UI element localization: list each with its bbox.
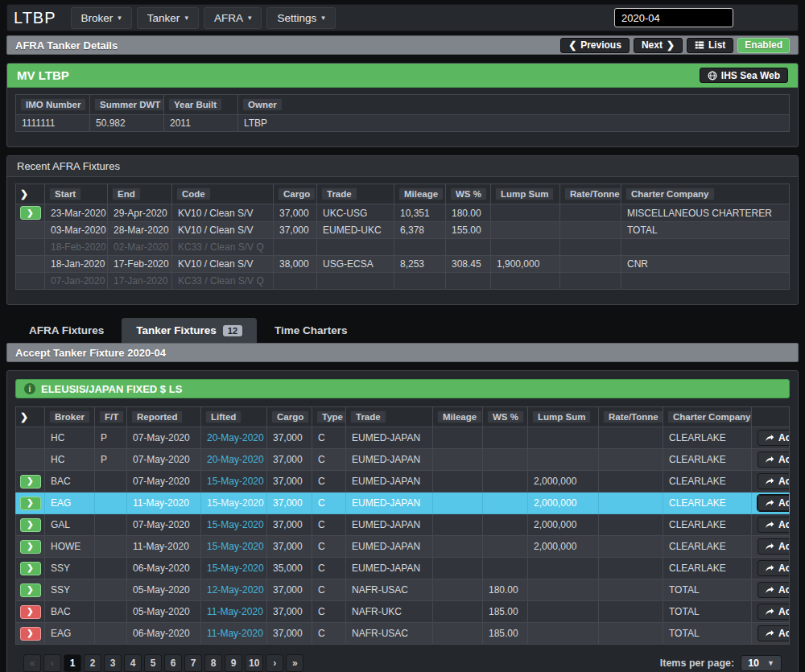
column-header-chip[interactable]: Lump Sum — [532, 410, 591, 423]
previous-button[interactable]: ❮ Previous — [560, 38, 630, 53]
lifted-date-link[interactable]: 12-May-2020 — [207, 584, 264, 596]
column-header-chip[interactable]: Rate/Tonne — [564, 188, 621, 200]
accept-button[interactable]: Accept — [758, 495, 790, 511]
page-number-button[interactable]: 9 — [225, 654, 242, 672]
next-page-button[interactable]: › — [266, 654, 283, 672]
recent-fixture-cell: 07-Jan-2020 — [45, 273, 108, 290]
column-header-chip[interactable]: End — [112, 188, 141, 200]
column-header-chip[interactable]: Summer DWT — [94, 98, 164, 111]
last-page-button[interactable]: » — [286, 654, 303, 672]
column-header-chip[interactable]: Trade — [321, 188, 357, 200]
ihs-sea-web-button[interactable]: IHS Sea Web — [700, 68, 788, 83]
column-header-chip[interactable]: Mileage — [398, 188, 444, 200]
column-header-chip[interactable]: WS % — [450, 188, 487, 200]
column-header-chip[interactable]: Cargo — [278, 188, 316, 200]
expand-row-button[interactable]: ❯ — [20, 562, 41, 575]
lifted-date-link[interactable]: 15-May-2020 — [207, 497, 264, 509]
column-header-chip[interactable]: Start — [49, 188, 81, 200]
lifted-date-link[interactable]: 15-May-2020 — [207, 519, 264, 530]
accept-button[interactable]: Accept — [758, 560, 790, 576]
nav-item-broker[interactable]: Broker▾ — [71, 7, 132, 29]
tanker-fixture-cell: CLEARLAKE — [663, 514, 752, 536]
tanker-fixture-cell — [483, 427, 528, 449]
column-header-chip[interactable]: Code — [176, 188, 211, 200]
page-number-button[interactable]: 7 — [184, 654, 202, 672]
nav-menu: Broker▾Tanker▾AFRA▾Settings▾ — [71, 7, 336, 29]
recent-fixture-cell — [560, 239, 621, 256]
lifted-date-link[interactable]: 11-May-2020 — [207, 606, 263, 617]
accept-button[interactable]: Accept — [758, 430, 790, 446]
expand-row-button[interactable]: ❯ — [20, 605, 41, 619]
column-header-chip[interactable]: Mileage — [437, 410, 482, 423]
column-header-chip[interactable]: WS % — [487, 410, 524, 423]
tab-time-charters[interactable]: Time Charters — [260, 318, 362, 343]
page-number-button[interactable]: 3 — [104, 654, 122, 672]
page-number-button[interactable]: 1 — [64, 654, 81, 672]
accept-button[interactable]: Accept — [758, 451, 790, 468]
chevron-right-icon[interactable]: ❯ — [20, 411, 28, 423]
column-header-chip[interactable]: Trade — [350, 410, 386, 423]
page-number-button[interactable]: 10 — [245, 654, 263, 672]
tab-tanker-fixtures[interactable]: Tanker Fixtures 12 — [122, 318, 257, 343]
tanker-fixture-cell: C — [312, 558, 346, 579]
lifted-date-link[interactable]: 15-May-2020 — [207, 563, 264, 574]
tab-afra-fixtures[interactable]: AFRA Fixtures — [14, 318, 118, 343]
accept-button[interactable]: Accept — [758, 473, 790, 489]
brand-logo[interactable]: LTBP — [14, 9, 56, 27]
tanker-fixture-cell: 06-May-2020 — [127, 623, 201, 645]
expand-row-button[interactable]: ❯ — [20, 627, 41, 641]
tanker-fixture-cell: NAFR-UKC — [346, 601, 433, 623]
expand-row-button[interactable]: ❯ — [20, 206, 41, 220]
accept-button[interactable]: Accept — [758, 604, 790, 620]
first-page-button[interactable]: « — [23, 654, 41, 672]
lifted-date-link[interactable]: 15-May-2020 — [207, 476, 264, 487]
period-search-input[interactable] — [614, 8, 733, 27]
accept-button[interactable]: Accept — [758, 582, 790, 598]
prev-page-button[interactable]: ‹ — [43, 654, 61, 672]
column-header-chip[interactable]: Type — [316, 410, 346, 423]
chevron-right-icon[interactable]: ❯ — [20, 188, 28, 200]
lifted-date-link[interactable]: 20-May-2020 — [207, 432, 264, 443]
expand-cell: ❯ — [16, 536, 45, 558]
tanker-fixture-cell: NAFR-USAC — [346, 623, 433, 645]
nav-item-tanker[interactable]: Tanker▾ — [137, 7, 199, 29]
page-number-button[interactable]: 8 — [204, 654, 222, 672]
list-button[interactable]: List — [687, 38, 733, 53]
lifted-date-link[interactable]: 15-May-2020 — [207, 541, 264, 552]
expand-row-button[interactable]: ❯ — [20, 475, 41, 489]
column-header-chip[interactable]: Owner — [242, 98, 283, 111]
nav-item-settings[interactable]: Settings▾ — [266, 7, 335, 29]
column-header-chip[interactable]: Lump Sum — [495, 188, 554, 200]
column-header-chip[interactable]: Year Built — [168, 98, 222, 111]
column-header-chip[interactable]: IMO Number — [20, 98, 86, 111]
tanker-fixture-cell — [599, 514, 663, 536]
accept-button[interactable]: Accept — [758, 538, 790, 555]
expand-row-button[interactable]: ❯ — [20, 540, 41, 554]
accept-button[interactable]: Accept — [758, 625, 790, 641]
expand-row-button[interactable]: ❯ — [20, 583, 41, 597]
accept-cell: Accept — [752, 579, 790, 601]
column-header-chip[interactable]: Lifted — [205, 410, 242, 423]
column-header-chip[interactable]: Rate/Tonne — [603, 410, 663, 423]
page-number-button[interactable]: 5 — [144, 654, 162, 672]
column-header-chip[interactable]: Cargo — [271, 410, 309, 423]
column-header-chip[interactable]: F/T — [99, 410, 124, 423]
next-button[interactable]: Next ❯ — [634, 38, 683, 53]
column-header-chip[interactable]: Charter Company — [667, 410, 752, 423]
tanker-fixture-cell: 15-May-2020 — [201, 558, 267, 579]
items-per-page-select[interactable]: 10 ▼ — [741, 655, 782, 671]
page-number-button[interactable]: 6 — [164, 654, 182, 672]
expand-row-button[interactable]: ❯ — [20, 497, 41, 510]
tanker-fixture-cell: 2,000,000 — [528, 514, 599, 536]
lifted-date-link[interactable]: 11-May-2020 — [207, 628, 263, 639]
enabled-badge[interactable]: Enabled — [737, 38, 790, 53]
column-header-chip[interactable]: Charter Company — [625, 188, 715, 200]
nav-item-afra[interactable]: AFRA▾ — [204, 7, 262, 29]
page-number-button[interactable]: 2 — [84, 654, 101, 672]
expand-row-button[interactable]: ❯ — [20, 518, 41, 532]
accept-button[interactable]: Accept — [758, 517, 790, 533]
page-number-button[interactable]: 4 — [124, 654, 142, 672]
column-header-chip[interactable]: Broker — [49, 410, 90, 423]
lifted-date-link[interactable]: 20-May-2020 — [207, 454, 264, 465]
column-header-chip[interactable]: Reported — [131, 410, 183, 423]
